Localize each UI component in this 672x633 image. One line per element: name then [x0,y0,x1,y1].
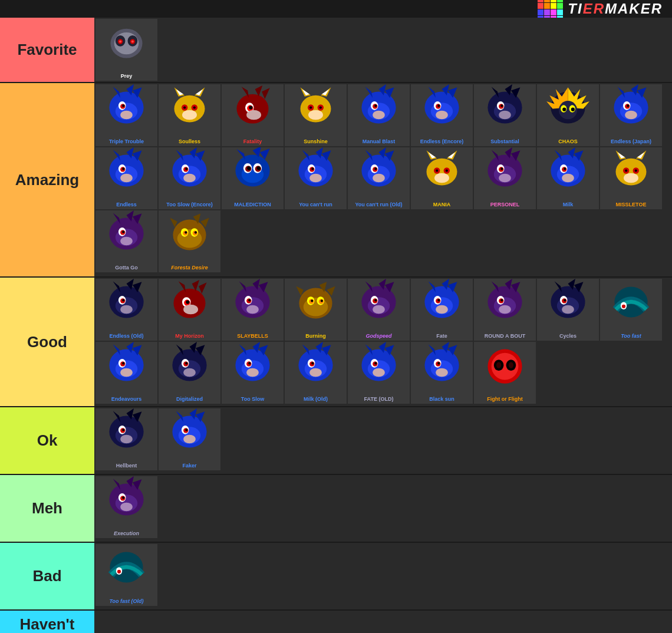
item-label: FATE (OLD) [348,397,410,403]
tier-item[interactable]: Fate [411,279,473,341]
tier-item[interactable]: Cycles [537,279,599,341]
tier-item[interactable]: Milk [537,147,599,209]
tier-row-bad: BadToo fast (Old) [0,543,672,611]
tier-item[interactable]: Sunshine [285,84,347,146]
item-label: Black sun [411,397,473,403]
item-label: MISSLETOE [600,202,662,208]
item-label: Substantial [474,139,536,145]
character-icon [222,342,284,388]
tier-item[interactable]: Black sun [411,342,473,404]
item-label: Foresta Desire [159,265,220,271]
character-icon [95,210,157,256]
tier-item[interactable]: Manual Blast [348,84,410,146]
item-label: PERSONEL [474,202,536,208]
logo-maker: MAkER [605,1,663,17]
tier-item[interactable]: Faker [159,408,220,470]
character-icon [600,84,662,130]
tier-item[interactable]: Godspeed [348,279,410,341]
item-label: Endless [95,202,157,208]
character-icon [600,279,662,325]
tier-label-meh: Meh [0,475,94,542]
item-label: Endless (Japan) [600,139,662,145]
item-label: Sunshine [285,139,347,145]
item-label: Execution [95,531,157,537]
tier-item[interactable]: Fatality [222,84,284,146]
logo-color-cell [551,9,556,15]
tier-item[interactable]: Too fast [600,279,662,341]
tier-item[interactable]: Too fast (Old) [95,544,157,606]
tier-item[interactable]: Fight or Flight [474,342,536,404]
tier-item[interactable]: Endless (Old) [95,279,157,341]
tier-label-havent: Haven't listened to yet [0,611,94,633]
tier-items-bad: Too fast (Old) [94,543,672,609]
character-icon [222,279,284,325]
tier-item[interactable]: You can't run (Old) [348,147,410,209]
character-icon [600,147,662,193]
tier-item[interactable]: Too Slow [222,342,284,404]
tier-items-good: Endless (Old)My HorizonSLAYBELLSBurningG… [94,278,672,406]
logo-color-cell [544,9,550,15]
tier-item[interactable]: MISSLETOE [600,147,662,209]
tier-item[interactable]: Endless (Japan) [600,84,662,146]
logo-color-cell [538,0,543,2]
app-container: TiERMAkER FavoritePreyAmazingTriple Trou… [0,0,672,633]
item-label: Endeavours [95,397,157,403]
logo-color-cell [557,3,563,9]
character-icon [95,84,157,130]
tier-label-amazing: Amazing [0,83,94,276]
tier-item[interactable]: Substantial [474,84,536,146]
tier-item[interactable]: Hellbent [95,408,157,470]
tier-list: FavoritePreyAmazingTriple TroubleSoulles… [0,18,672,633]
logo-color-cell [551,3,556,9]
tier-item[interactable]: Triple Trouble [95,84,157,146]
character-icon [411,84,473,130]
character-icon [285,147,347,193]
tier-item[interactable]: Digitalized [159,342,220,404]
character-icon [95,544,157,590]
tier-item[interactable]: FATE (OLD) [348,342,410,404]
tier-item[interactable]: Too Slow (Encore) [159,147,220,209]
item-label: Manual Blast [348,139,410,145]
tier-item[interactable]: Burning [285,279,347,341]
item-label: SLAYBELLS [222,334,284,339]
tier-item[interactable]: You can't run [285,147,347,209]
character-icon [95,147,157,193]
character-icon [285,342,347,388]
item-label: Too Slow [222,397,284,403]
tier-item[interactable]: Prey [95,19,157,81]
tier-item[interactable]: Endeavours [95,342,157,404]
tier-item[interactable]: Endless [95,147,157,209]
tier-item[interactable]: My Horizon [159,279,220,341]
tier-item[interactable]: ROUND A BOUT [474,279,536,341]
character-icon [222,147,284,193]
character-icon [348,147,410,193]
item-label: Fate [411,334,473,339]
tier-item[interactable]: MANIA [411,147,473,209]
logo-color-cell [544,0,550,2]
tier-items-ok: HellbentFaker [94,407,672,474]
tier-item[interactable]: Gotta Go [95,210,157,272]
tier-item[interactable]: Endless (Encore) [411,84,473,146]
logo-ti: Ti [568,1,582,17]
item-label: Fight or Flight [474,397,536,403]
item-label: Prey [95,74,157,80]
tier-item[interactable]: PERSONEL [474,147,536,209]
item-label: Gotta Go [95,265,157,271]
tier-items-amazing: Triple TroubleSoullessFatalitySunshineMa… [94,83,672,276]
tier-item[interactable]: Milk (Old) [285,342,347,404]
tier-item[interactable]: Execution [95,476,157,538]
tier-item[interactable]: Foresta Desire [159,210,220,272]
item-label: Soulless [159,139,220,145]
item-label: Milk [537,202,599,208]
item-label: Godspeed [348,334,410,339]
tier-items-havent [94,611,672,633]
tier-item[interactable]: CHAOS [537,84,599,146]
tier-item[interactable]: SLAYBELLS [222,279,284,341]
character-icon [95,476,157,522]
header: TiERMAkER [0,0,672,18]
tier-item[interactable]: Soulless [159,84,220,146]
character-icon [95,279,157,325]
logo-color-cell [538,3,543,9]
tier-item[interactable]: MALEDICTION [222,147,284,209]
tiermaker-title: TiERMAkER [568,1,663,17]
